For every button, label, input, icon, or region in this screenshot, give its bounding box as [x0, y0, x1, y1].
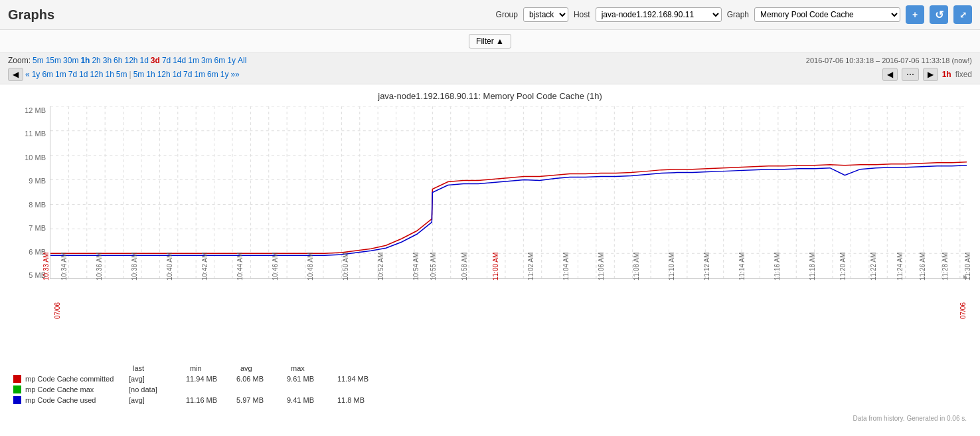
nav-next-1h[interactable]: 1h	[146, 70, 155, 79]
chart-svg	[50, 106, 967, 278]
legend-min-used: 5.97 MB	[236, 396, 283, 404]
nav-controls: ◀ « 1y 6m 1m 7d 1d 12h 1h 5m | 5m 1h 12h…	[8, 68, 240, 81]
zoom-1h[interactable]: 1h	[80, 56, 90, 65]
x-label-1100: 11:00 AM	[492, 253, 499, 280]
legend-col-last: last	[133, 364, 186, 372]
x-label-1124: 11:24 AM	[896, 253, 904, 280]
legend-max-used: 11.8 MB	[337, 396, 384, 404]
x-label-1104: 11:04 AM	[562, 253, 570, 280]
x-label-1114: 11:14 AM	[738, 253, 746, 280]
zoom-15m[interactable]: 15m	[46, 56, 61, 65]
x-label-1046: 10:46 AM	[272, 253, 279, 280]
nav-prev-1y[interactable]: «	[25, 70, 30, 79]
nav-next-end[interactable]: »»	[230, 70, 239, 79]
expand-button[interactable]: ⤢	[953, 5, 972, 24]
host-select[interactable]: java-node1.192.168.90.11	[596, 7, 722, 22]
zoom-3d[interactable]: 3d	[151, 56, 160, 65]
legend-avg-committed: 9.61 MB	[287, 375, 333, 383]
zoom-5m[interactable]: 5m	[33, 56, 44, 65]
legend-last-used: 11.16 MB	[186, 396, 232, 404]
nav-scroll-left[interactable]: ◀	[882, 68, 898, 81]
x-label-1108: 11:08 AM	[633, 253, 640, 280]
nav-next-1d[interactable]: 1d	[173, 70, 181, 79]
x-label-1052: 10:52 AM	[377, 253, 384, 280]
y-label-12mb: 12 MB	[25, 106, 46, 114]
y-label-9mb: 9 MB	[29, 177, 46, 185]
x-label-1038: 10:38 AM	[131, 253, 138, 280]
graph-label: Graph	[727, 10, 749, 19]
legend-row-committed: mp Code Cache committed [avg] 11.94 MB 6…	[13, 375, 967, 383]
nav-prev-1y-link[interactable]: 1y	[32, 70, 41, 79]
legend-col-avg: avg	[240, 364, 287, 372]
x-label-1102: 11:02 AM	[527, 253, 534, 280]
nav-scroll-dots[interactable]: ⋯	[902, 68, 919, 81]
nav-next-7d[interactable]: 7d	[183, 70, 192, 79]
nav-next-6m[interactable]: 6m	[207, 70, 218, 79]
used-line	[50, 165, 967, 255]
filter-bar: Filter ▲	[0, 30, 980, 53]
x-label-1122: 11:22 AM	[870, 253, 877, 280]
nav-scroll-right[interactable]: ▶	[923, 68, 938, 81]
nav-prev-12h[interactable]: 12h	[90, 70, 103, 79]
x-label-1116: 11:16 AM	[774, 253, 781, 280]
x-date-left: 07/06	[54, 302, 61, 319]
zoom-1y[interactable]: 1y	[227, 56, 236, 65]
time-range: 2016-07-06 10:33:18 – 2016-07-06 11:33:1…	[806, 56, 972, 64]
legend-name-committed: mp Code Cache committed	[25, 375, 125, 383]
x-label-1040: 10:40 AM	[166, 253, 173, 280]
zoom-3h[interactable]: 3h	[103, 56, 112, 65]
zoom-7d[interactable]: 7d	[162, 56, 171, 65]
nav-next-12h[interactable]: 12h	[157, 70, 171, 79]
zoom-12h[interactable]: 12h	[124, 56, 137, 65]
zoom-30m[interactable]: 30m	[63, 56, 78, 65]
x-label-1050: 10:50 AM	[342, 253, 349, 280]
chart-svg-area[interactable]	[50, 106, 967, 279]
nav-prev-1m[interactable]: 1m	[55, 70, 66, 79]
chart-title: java-node1.192.168.90.11: Memory Pool Co…	[13, 91, 967, 101]
legend-max-committed: 11.94 MB	[337, 375, 384, 383]
nav-next-5m[interactable]: 5m	[133, 70, 145, 79]
x-label-1033: 10:33 AM	[42, 253, 50, 280]
zoom-all[interactable]: All	[238, 56, 246, 65]
legend-stat-committed: [avg]	[129, 375, 182, 383]
y-label-7mb: 7 MB	[29, 224, 46, 232]
nav-prev-1h[interactable]: 1h	[105, 70, 114, 79]
group-label: Group	[496, 10, 518, 19]
x-label-1120: 11:20 AM	[839, 253, 847, 280]
host-label: Host	[574, 10, 590, 19]
y-label-8mb: 8 MB	[29, 201, 46, 209]
y-label-10mb: 10 MB	[25, 154, 46, 162]
legend-color-max	[13, 385, 21, 393]
header: Graphs Group bjstack Host java-node1.192…	[0, 0, 980, 30]
zoom-2h[interactable]: 2h	[92, 56, 100, 65]
filter-button[interactable]: Filter ▲	[469, 34, 511, 49]
nav-next-1y[interactable]: 1y	[220, 70, 229, 79]
x-label-1058: 10:58 AM	[461, 253, 468, 280]
footer-note: Data from history. Generated in 0.06 s.	[0, 412, 980, 425]
nav-prev-7d[interactable]: 7d	[68, 70, 77, 79]
x-axis-label-row: 10:33 AM 10:34 AM 10:36 AM 10:38 AM 10:4…	[50, 279, 967, 319]
nav-prev-1d[interactable]: 1d	[79, 70, 88, 79]
group-select[interactable]: bjstack	[523, 7, 568, 22]
legend-min-committed: 6.06 MB	[236, 375, 283, 383]
zoom-3m[interactable]: 3m	[201, 56, 212, 65]
zoom-14d[interactable]: 14d	[173, 56, 186, 65]
legend-name-used: mp Code Cache used	[25, 396, 125, 404]
page-title: Graphs	[8, 7, 54, 23]
add-graph-button[interactable]: +	[906, 5, 924, 24]
nav-prev-6m[interactable]: 6m	[42, 70, 53, 79]
zoom-1m[interactable]: 1m	[188, 56, 199, 65]
nav-prev-5m[interactable]: 5m	[116, 70, 127, 79]
refresh-button[interactable]: ↺	[930, 5, 948, 24]
x-label-1054: 10:54 AM	[412, 253, 420, 280]
nav-next-1m[interactable]: 1m	[194, 70, 205, 79]
legend-col-min: min	[190, 364, 236, 372]
x-label-1044: 10:44 AM	[236, 253, 244, 280]
zoom-1d[interactable]: 1d	[140, 56, 149, 65]
zoom-6h[interactable]: 6h	[114, 56, 122, 65]
graph-select[interactable]: Memory Pool Code Cache	[754, 7, 900, 22]
nav-back-button[interactable]: ◀	[8, 68, 23, 81]
zoom-6m[interactable]: 6m	[214, 56, 226, 65]
legend-row-max: mp Code Cache max [no data]	[13, 385, 967, 393]
legend-color-used	[13, 396, 21, 404]
